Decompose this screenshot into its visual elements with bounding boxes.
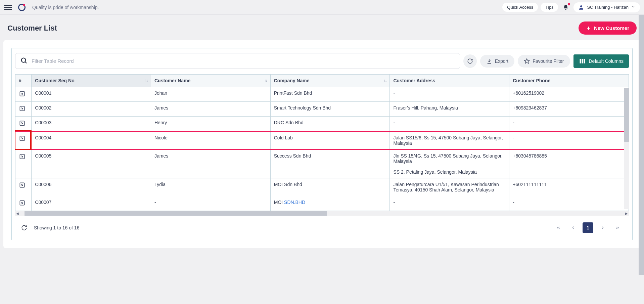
user-menu[interactable]: SC Training - Hafizah [573,2,640,12]
cell-seq: C00005 [32,149,151,178]
new-customer-button[interactable]: New Customer [579,21,637,35]
cell-phone: - [509,196,629,211]
chevron-down-icon [631,5,635,10]
table-row: C00003HenryDRC Sdn Bhd-- [15,117,629,132]
company-link[interactable]: SDN.BHD [284,200,305,205]
svg-rect-8 [584,59,585,63]
default-columns-label: Default Columns [589,58,624,64]
next-page-button[interactable] [597,222,608,233]
svg-point-3 [21,58,26,62]
cell-company: MOI Sdn Bhd [270,178,390,196]
new-customer-label: New Customer [594,25,629,31]
cell-company: PrintFast Sdn Bhd [270,87,390,102]
cell-name: James [151,149,271,178]
cell-seq: C00004 [32,131,151,149]
col-open[interactable]: # [15,75,32,87]
cell-address: Fraser's Hill, Pahang, Malaysia [390,102,509,117]
export-button[interactable]: Export [480,55,514,68]
page-1-button[interactable]: 1 [583,222,593,233]
cell-name: - [151,196,271,211]
sort-icon: ↑↓ [145,78,147,83]
page-title: Customer List [7,24,57,33]
vertical-scrollbar[interactable] [624,88,629,209]
cell-seq: C00002 [32,102,151,117]
cell-name: Henry [151,117,271,132]
cell-seq: C00007 [32,196,151,211]
page-info: Showing 1 to 16 of 16 [34,225,79,230]
cell-company: Cold Lab [270,131,390,149]
refresh-icon[interactable] [21,225,27,231]
app-logo [18,4,26,11]
open-icon[interactable] [19,90,26,97]
favourite-label: Favourite Filter [533,58,564,64]
cell-company: Success Sdn Bhd [270,149,390,178]
cell-address: - [390,196,509,211]
col-company[interactable]: Company Name↑↓ [270,75,390,87]
col-address[interactable]: Customer Address [390,75,509,87]
cell-phone: +603045786885 [509,149,629,178]
cell-phone: +60162519002 [509,87,629,102]
table-row: C00005JamesSuccess Sdn BhdJln SS 15/4G, … [15,149,629,178]
tips-button[interactable]: Tips [541,3,558,12]
cell-seq: C00006 [32,178,151,196]
menu-button[interactable] [4,3,12,11]
notifications-icon[interactable] [563,4,569,10]
cell-name: Lydia [151,178,271,196]
svg-rect-7 [582,59,583,63]
open-icon[interactable] [19,135,26,142]
table-header-row: # Customer Seq No↑↓ Customer Name↑↓ Comp… [15,75,629,87]
quick-access-button[interactable]: Quick Access [502,3,538,12]
col-name[interactable]: Customer Name↑↓ [151,75,271,87]
table-row: C00004NicoleCold LabJalan SS15/6, Ss 15,… [15,131,629,149]
prev-page-button[interactable] [568,222,579,233]
reload-button[interactable] [463,54,477,68]
cell-company: Smart Technology Sdn Bhd [270,102,390,117]
table-row: C00001JohanPrintFast Sdn Bhd-+6016251900… [15,87,629,102]
cell-seq: C00001 [32,87,151,102]
tagline: Quality is pride of workmanship. [32,5,99,10]
open-icon[interactable] [19,200,26,206]
col-phone[interactable]: Customer Phone [509,75,629,87]
cell-name: James [151,102,271,117]
sort-icon: ↑↓ [383,78,386,83]
svg-marker-5 [524,58,530,63]
cell-company: DRC Sdn Bhd [270,117,390,132]
cell-address: Jalan Pengaturcara U1/51, Kawasan Perind… [390,178,509,196]
search-wrap [15,53,460,69]
cell-phone: +602111111111 [509,178,629,196]
first-page-button[interactable] [553,222,564,233]
cell-phone: +609823462837 [509,102,629,117]
sort-icon: ↑↓ [264,78,267,83]
cell-address: Jln SS 15/4G, Ss 15, 47500 Subang Jaya, … [390,149,509,178]
svg-line-4 [25,62,27,63]
open-icon[interactable] [19,120,26,127]
cell-name: Nicole [151,131,271,149]
open-icon[interactable] [19,153,26,160]
svg-rect-6 [580,59,581,63]
horizontal-scrollbar[interactable]: ◀ ▶ [15,211,629,216]
cell-seq: C00003 [32,117,151,132]
search-icon [20,57,28,65]
cell-name: Johan [151,87,271,102]
svg-point-0 [580,5,582,7]
cell-company: MOI SDN.BHD [270,196,390,211]
table-row: C00006LydiaMOI Sdn BhdJalan Pengaturcara… [15,178,629,196]
table-row: C00002JamesSmart Technology Sdn BhdFrase… [15,102,629,117]
export-label: Export [495,58,508,64]
open-icon[interactable] [19,182,26,188]
col-seq[interactable]: Customer Seq No↑↓ [32,75,151,87]
cell-phone: - [509,131,629,149]
cell-address: Jalan SS15/6, Ss 15, 47500 Subang Jaya, … [390,131,509,149]
last-page-button[interactable] [612,222,623,233]
search-input[interactable] [32,58,455,64]
favourite-filter-button[interactable]: Favourite Filter [518,55,570,68]
default-columns-button[interactable]: Default Columns [573,54,629,68]
cell-address: - [390,87,509,102]
cell-phone: - [509,117,629,132]
pagination: 1 [553,222,623,233]
open-icon[interactable] [19,105,26,112]
customer-table: # Customer Seq No↑↓ Customer Name↑↓ Comp… [15,74,629,211]
user-icon [578,4,584,10]
page-scrollbar[interactable] [639,15,644,248]
user-label: SC Training - Hafizah [587,5,629,10]
